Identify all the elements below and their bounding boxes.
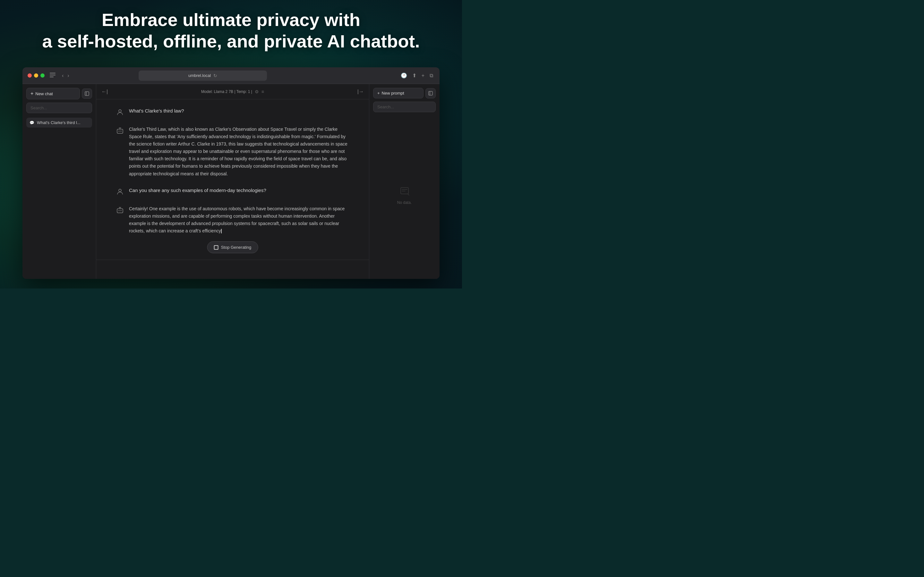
svg-point-4 [119, 110, 121, 112]
prompt-search-input[interactable] [373, 102, 436, 112]
streaming-cursor [221, 229, 222, 234]
message-4-content: Certainly! One example is the use of aut… [129, 205, 350, 235]
stop-btn-container: Stop Generating [207, 242, 258, 253]
collapse-left-button[interactable]: ←| [102, 89, 108, 95]
browser-window: ‹ › umbrel.local ↻ 🕐 ⬆ + ⧉ + New chat [23, 67, 439, 279]
no-data-label: No data. [397, 200, 412, 205]
nav-buttons: ‹ › [61, 71, 71, 80]
new-prompt-button[interactable]: + New prompt [373, 88, 423, 98]
messages-area[interactable]: What's Clarke's third law? Clarke's Thir… [96, 99, 369, 259]
svg-rect-1 [50, 75, 55, 75]
svg-point-11 [121, 210, 121, 211]
chat-item[interactable]: 💬 What's Clarke's third l... ✏ 🗑 [26, 118, 92, 127]
svg-rect-3 [85, 92, 89, 95]
back-button[interactable]: ‹ [61, 71, 65, 80]
new-prompt-icon-button[interactable] [425, 88, 436, 98]
traffic-lights [27, 73, 45, 77]
chat-header: ←| Model: Llama 2 7B | Temp: 1 | ⚙ ≡ |→ [96, 84, 369, 99]
input-area [96, 259, 369, 279]
chat-item-icon: 💬 [29, 121, 34, 125]
new-chat-icon-button[interactable] [82, 89, 92, 99]
share-button[interactable]: ⬆ [411, 71, 418, 80]
svg-point-7 [121, 131, 121, 132]
chat-list: 💬 What's Clarke's third l... ✏ 🗑 [26, 118, 92, 127]
message-3: Can you share any such examples of moder… [115, 187, 350, 196]
sidebar-top-row: + New chat [26, 88, 92, 99]
main-chat: ←| Model: Llama 2 7B | Temp: 1 | ⚙ ≡ |→ [96, 84, 369, 279]
new-prompt-plus-icon: + [377, 91, 380, 95]
tabs-button[interactable]: ⧉ [428, 71, 435, 80]
collapse-right-button[interactable]: |→ [357, 89, 364, 95]
new-chat-label: New chat [35, 91, 53, 96]
forward-button[interactable]: › [66, 71, 70, 80]
message-1: What's Clarke's third law? [115, 107, 350, 117]
svg-line-14 [408, 194, 409, 195]
message-3-content: Can you share any such examples of moder… [129, 187, 350, 195]
message-1-content: What's Clarke's third law? [129, 107, 350, 115]
close-button[interactable] [27, 73, 32, 77]
plus-icon: + [31, 91, 33, 97]
chat-search-input[interactable] [26, 103, 92, 113]
new-prompt-label: New prompt [382, 91, 404, 95]
model-info-text: Model: Llama 2 7B | Temp: 1 | [201, 89, 252, 94]
hero-section: Embrace ultimate privacy with a self-hos… [0, 0, 462, 52]
chat-item-label: What's Clarke's third l... [37, 120, 89, 125]
svg-rect-9 [117, 209, 123, 213]
url-text: umbrel.local [188, 73, 211, 78]
new-tab-button[interactable]: + [420, 71, 426, 80]
no-data-icon [399, 185, 410, 198]
temperature-settings-button[interactable]: ⚙ [255, 89, 259, 94]
svg-point-6 [119, 131, 120, 132]
message-2-content: Clarke's Third Law, which is also known … [129, 126, 350, 177]
svg-rect-5 [117, 129, 123, 133]
model-info: Model: Llama 2 7B | Temp: 1 | ⚙ ≡ [201, 89, 264, 94]
right-sidebar: + New prompt [369, 84, 439, 279]
message-4: Certainly! One example is the use of aut… [115, 205, 350, 235]
refresh-button[interactable]: ↻ [213, 73, 217, 78]
browser-chrome: ‹ › umbrel.local ↻ 🕐 ⬆ + ⧉ [23, 67, 439, 84]
svg-point-10 [119, 210, 120, 211]
minimize-button[interactable] [34, 73, 38, 77]
svg-point-8 [119, 189, 121, 192]
svg-rect-2 [50, 77, 53, 77]
stop-icon [214, 245, 218, 250]
stop-label: Stop Generating [221, 245, 252, 250]
svg-rect-13 [401, 187, 409, 194]
hero-title: Embrace ultimate privacy with a self-hos… [0, 9, 462, 52]
app-layout: + New chat 💬 What's Clarke's third l... [23, 84, 439, 279]
new-chat-button[interactable]: + New chat [26, 88, 80, 99]
svg-rect-12 [429, 91, 433, 95]
stop-generating-button[interactable]: Stop Generating [207, 242, 258, 253]
fullscreen-button[interactable] [40, 73, 45, 77]
left-sidebar: + New chat 💬 What's Clarke's third l... [23, 84, 96, 279]
history-button[interactable]: 🕐 [399, 71, 409, 80]
user-avatar [115, 108, 124, 117]
no-data-area: No data. [373, 115, 436, 275]
menu-button[interactable]: ≡ [262, 89, 264, 94]
assistant-avatar-2 [115, 206, 124, 215]
address-bar[interactable]: umbrel.local ↻ [139, 71, 267, 81]
browser-actions: 🕐 ⬆ + ⧉ [399, 71, 435, 80]
message-2: Clarke's Third Law, which is also known … [115, 126, 350, 177]
prompt-top-row: + New prompt [373, 88, 436, 98]
svg-rect-0 [50, 73, 55, 73]
sidebar-toggle-button[interactable] [48, 71, 57, 80]
assistant-avatar-1 [115, 126, 124, 135]
user-avatar-2 [115, 187, 124, 196]
